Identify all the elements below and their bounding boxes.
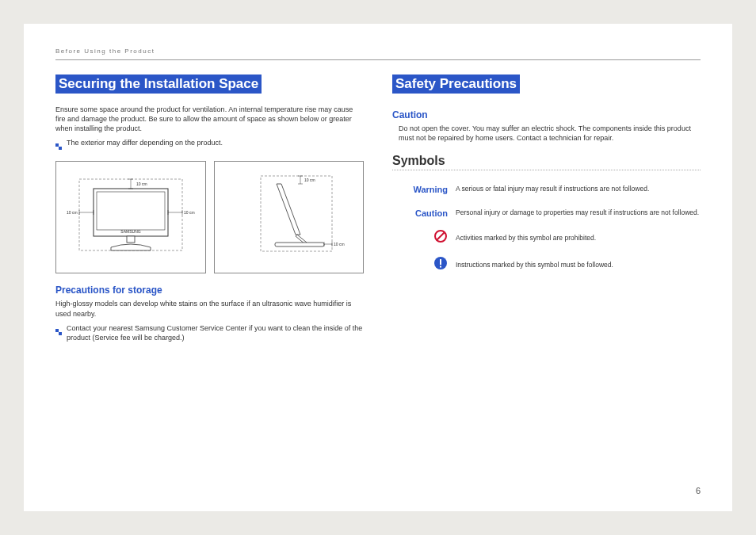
bullet-text: Contact your nearest Samsung Customer Se… [67,323,364,342]
symbol-row-warning: Warning A serious or fatal injury may re… [392,177,701,201]
dim-side-bottom-label: 10 cm [334,242,345,246]
svg-rect-4 [97,192,165,230]
symbols-table: Warning A serious or fatal injury may re… [392,177,701,278]
bullet-item: Contact your nearest Samsung Customer Se… [55,323,364,342]
svg-rect-6 [127,236,135,243]
two-column-layout: Securing the Installation Space Ensure s… [55,75,701,350]
running-header: Before Using the Product [55,48,701,60]
dotted-divider [392,170,701,170]
caution-text: Do not open the cover. You may suffer an… [392,124,701,143]
diagram-side-view: 10 cm 10 cm [214,161,365,273]
symbol-row-prohibited: Activities marked by this symbol are pro… [392,224,701,251]
caution-row-text: Personal injury or damage to properties … [456,201,701,224]
mandatory-icon [433,259,448,273]
intro-paragraph: Ensure some space around the product for… [55,105,364,133]
symbol-row-mandatory: Instructions marked by this symbol must … [392,251,701,278]
dim-right-label: 10 cm [184,210,195,215]
diagram-row: SAMSUNG 10 cm 10 cm [55,161,364,273]
bullet-text: The exterior may differ depending on the… [67,138,223,153]
section-heading-safety: Safety Precautions [392,75,520,94]
dim-side-top-label: 10 cm [304,178,315,182]
svg-rect-25 [59,332,62,335]
svg-rect-1 [59,147,62,150]
caution-label: Caution [415,208,448,218]
mandatory-text: Instructions marked by this symbol must … [456,251,701,278]
bullet-arrow-icon [55,139,62,153]
diagram-front-view: SAMSUNG 10 cm 10 cm [55,161,206,273]
svg-rect-0 [55,143,59,147]
storage-heading: Precautions for storage [55,285,364,296]
svg-line-27 [437,233,445,240]
warning-label: Warning [413,185,448,194]
svg-text:SAMSUNG: SAMSUNG [120,229,140,234]
bullet-item: The exterior may differ depending on the… [55,138,364,153]
svg-rect-24 [55,329,59,332]
svg-rect-30 [440,266,441,268]
dim-top-label: 10 cm [136,182,147,186]
storage-text: High-glossy models can develop white sta… [55,299,364,318]
page-number: 6 [696,486,701,495]
prohibited-text: Activities marked by this symbol are pro… [456,224,701,251]
caution-heading: Caution [392,109,701,120]
page: Before Using the Product Securing the In… [24,24,732,511]
prohibited-icon [433,232,448,246]
symbols-heading: Symbols [392,154,701,168]
warning-text: A serious or fatal injury may result if … [456,177,701,201]
svg-rect-29 [440,259,441,265]
symbol-row-caution: Caution Personal injury or damage to pro… [392,201,701,224]
dim-left-label: 10 cm [67,210,78,215]
section-heading-installation: Securing the Installation Space [55,75,262,94]
right-column: Safety Precautions Caution Do not open t… [392,75,701,350]
svg-rect-16 [261,176,332,251]
left-column: Securing the Installation Space Ensure s… [55,75,364,350]
bullet-arrow-icon [55,324,62,342]
svg-rect-17 [275,243,324,246]
